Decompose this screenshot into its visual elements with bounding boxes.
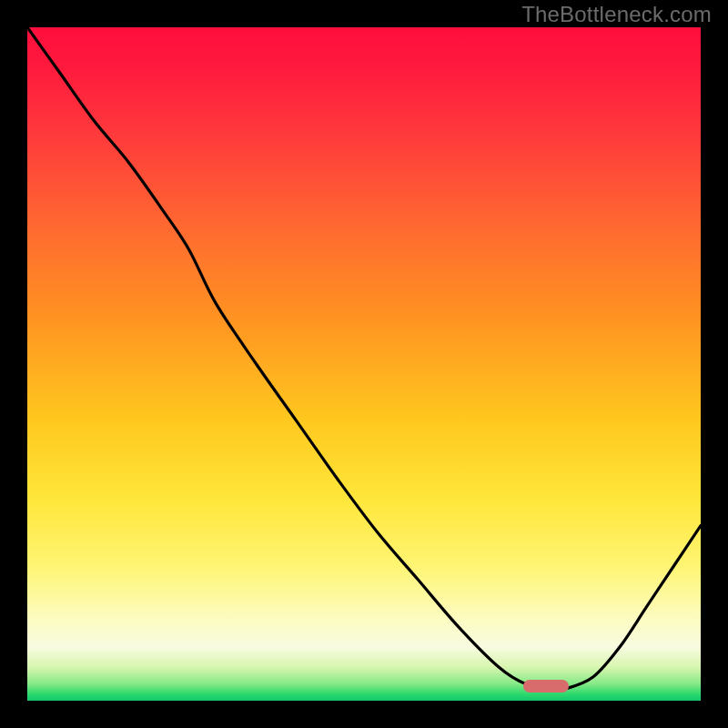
- optimum-indicator: [523, 680, 569, 693]
- watermark-text: TheBottleneck.com: [521, 2, 712, 27]
- bottleneck-curve: [27, 27, 701, 701]
- chart-frame: TheBottleneck.com: [0, 0, 728, 728]
- plot-area: [27, 27, 701, 701]
